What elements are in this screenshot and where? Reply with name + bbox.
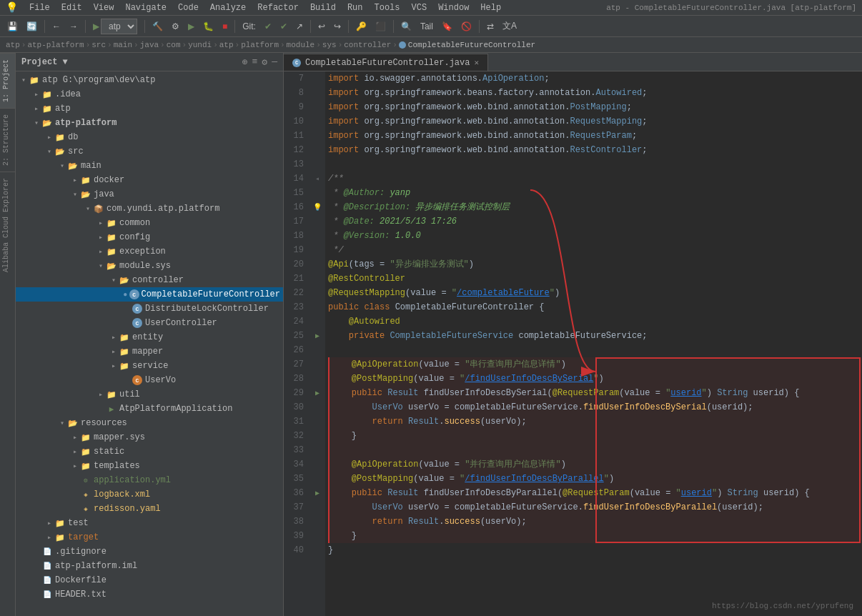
tab-close-btn[interactable]: ✕ — [474, 58, 479, 67]
tree-item-service[interactable]: ▸ 📁 service — [16, 359, 283, 373]
toolbar-hammer[interactable]: ⚙ — [169, 20, 182, 33]
menu-vcs[interactable]: VCS — [412, 3, 427, 13]
run-icon-25[interactable]: ▶ — [315, 332, 319, 340]
tree-item-uservo[interactable]: C UserVo — [16, 373, 283, 387]
menu-view[interactable]: View — [94, 3, 114, 13]
toolbar-undo[interactable]: ↩ — [315, 20, 328, 33]
code-tab-completable[interactable]: C CompletableFutureController.java ✕ — [284, 54, 488, 71]
tree-item-mapper-sys[interactable]: ▸ 📁 mapper.sys — [16, 430, 283, 444]
tree-item-config[interactable]: ▸ 📁 config — [16, 230, 283, 244]
tree-item-gitignore[interactable]: 📄 .gitignore — [16, 545, 283, 559]
run-icon-29[interactable]: ▶ — [315, 389, 319, 397]
breadcrumb-atp[interactable]: atp — [6, 41, 20, 49]
tree-item-exception[interactable]: ▸ 📁 exception — [16, 244, 283, 259]
panel-close-icon[interactable]: — — [272, 56, 277, 68]
toolbar-terminal[interactable]: ⬛ — [372, 20, 389, 33]
breadcrumb-src[interactable]: src — [91, 41, 106, 49]
tree-item-atpapp[interactable]: ▶ AtpPlatformApplication — [16, 402, 283, 416]
sidebar-tab-structure[interactable]: 2: Structure — [0, 108, 15, 172]
menu-file[interactable]: File — [29, 3, 50, 13]
toolbar-stop[interactable]: ■ — [219, 20, 230, 33]
tree-item-common[interactable]: ▸ 📁 common — [16, 216, 283, 230]
menu-edit[interactable]: Edit — [61, 3, 82, 13]
tree-item-java[interactable]: ▾ 📂 java — [16, 187, 283, 202]
tree-item-src[interactable]: ▾ 📂 src — [16, 144, 283, 159]
toolbar-git[interactable]: Git: — [239, 20, 259, 33]
toolbar-forward[interactable]: → — [66, 20, 81, 33]
tree-item-controller[interactable]: ▾ 📂 controller — [16, 273, 283, 287]
tree-item-db[interactable]: ▸ 📁 db — [16, 130, 283, 144]
menu-code[interactable]: Code — [178, 3, 199, 13]
tree-item-util[interactable]: ▸ 📁 util — [16, 387, 283, 402]
run-config-select[interactable]: atp — [101, 19, 137, 34]
breadcrumb-platform[interactable]: platform — [241, 41, 279, 49]
panel-locate-icon[interactable]: ⊕ — [242, 56, 248, 68]
run-icon-36[interactable]: ▶ — [315, 489, 319, 497]
toolbar-git-x[interactable]: ✔ — [277, 20, 290, 33]
menu-refactor[interactable]: Refactor — [257, 3, 299, 13]
tree-item-root[interactable]: ▾ 📁 atp G:\program\dev\atp — [16, 73, 283, 87]
panel-collapse-icon[interactable]: ≡ — [252, 56, 258, 68]
toolbar-debug[interactable]: 🐛 — [200, 20, 217, 33]
breadcrumb-main[interactable]: main — [114, 41, 132, 49]
tree-item-atp[interactable]: ▸ 📁 atp — [16, 101, 283, 116]
tree-item-application-yml[interactable]: ⚙ application.yml — [16, 473, 283, 487]
tree-item-docker[interactable]: ▸ 📁 docker — [16, 173, 283, 187]
tree-item-module-sys[interactable]: ▾ 📂 module.sys — [16, 259, 283, 273]
toolbar-redo[interactable]: ↪ — [331, 20, 344, 33]
toolbar-no[interactable]: 🚫 — [458, 20, 475, 33]
tree-item-templates[interactable]: ▸ 📁 templates — [16, 459, 283, 473]
tree-item-distribute[interactable]: C DistributeLockController — [16, 302, 283, 316]
toolbar-bookmark[interactable]: 🔖 — [439, 20, 455, 33]
tree-item-package[interactable]: ▾ 📦 com.yundi.atp.platform — [16, 202, 283, 216]
tree-item-header[interactable]: 📄 HEADER.txt — [16, 587, 283, 602]
toolbar-translate[interactable]: 文A — [500, 19, 520, 34]
tree-item-resources[interactable]: ▾ 📂 resources — [16, 416, 283, 430]
tree-item-idea[interactable]: ▸ 📁 .idea — [16, 87, 283, 101]
breadcrumb-filename[interactable]: CompletableFutureController — [408, 41, 535, 49]
sidebar-tab-project[interactable]: 1: Project — [0, 53, 15, 108]
code-scroll-wrapper[interactable]: 7 8 9 10 11 12 13 14 15 16 17 18 19 20 2… — [284, 71, 862, 616]
breadcrumb-controller[interactable]: controller — [344, 41, 391, 49]
tree-item-redisson[interactable]: ◈ redisson.yaml — [16, 502, 283, 516]
sidebar-tab-alibaba[interactable]: Alibaba Cloud Explorer — [0, 172, 15, 278]
toolbar-run-config[interactable]: ▶ atp — [90, 17, 140, 36]
tree-item-main[interactable]: ▾ 📂 main — [16, 159, 283, 173]
tree-item-entity[interactable]: ▸ 📁 entity — [16, 330, 283, 344]
tree-item-dockerfile[interactable]: 📄 Dockerfile — [16, 573, 283, 587]
code-area[interactable]: 7 8 9 10 11 12 13 14 15 16 17 18 19 20 2… — [284, 71, 862, 616]
menu-analyze[interactable]: Analyze — [210, 3, 246, 13]
menu-build[interactable]: Build — [310, 3, 336, 13]
panel-gear-icon[interactable]: ⚙ — [262, 56, 267, 68]
toolbar-save[interactable]: 💾 — [4, 20, 21, 33]
breadcrumb-module[interactable]: module — [287, 41, 315, 49]
tree-item-completable[interactable]: ● C CompletableFutureController — [16, 287, 283, 302]
menu-window[interactable]: Window — [438, 3, 469, 13]
tree-item-atp-platform[interactable]: ▾ 📂 atp-platform — [16, 116, 283, 130]
breadcrumb-sys[interactable]: sys — [322, 41, 337, 49]
toolbar-search[interactable]: 🔍 — [398, 20, 415, 33]
tree-item-userctrl[interactable]: C UserController — [16, 316, 283, 330]
breadcrumb-java[interactable]: java — [140, 41, 159, 49]
tree-item-logback[interactable]: ◈ logback.xml — [16, 487, 283, 502]
menu-help[interactable]: Help — [480, 3, 501, 13]
tree-item-static[interactable]: ▸ 📁 static — [16, 444, 283, 459]
toolbar-git-check[interactable]: ✔ — [262, 20, 274, 33]
toolbar-back[interactable]: ← — [49, 20, 64, 33]
toolbar-tail[interactable]: Tail — [417, 20, 436, 33]
toolbar-build[interactable]: 🔨 — [149, 20, 166, 33]
menu-tools[interactable]: Tools — [375, 3, 400, 13]
toolbar-git-push[interactable]: ↗ — [293, 20, 306, 33]
menu-run[interactable]: Run — [347, 3, 363, 13]
toolbar-key[interactable]: 🔑 — [353, 20, 370, 33]
tree-item-target[interactable]: ▸ 📁 target — [16, 530, 283, 545]
tree-item-iml[interactable]: 📄 atp-platform.iml — [16, 559, 283, 573]
toolbar-share[interactable]: ⇄ — [484, 20, 497, 33]
menu-navigate[interactable]: Navigate — [125, 3, 167, 13]
tree-item-mapper[interactable]: ▸ 📁 mapper — [16, 344, 283, 359]
breadcrumb-atp2[interactable]: atp — [219, 41, 234, 49]
toolbar-sync[interactable]: 🔄 — [24, 20, 40, 33]
breadcrumb-atp-platform[interactable]: atp-platform — [27, 41, 84, 49]
breadcrumb-yundi[interactable]: yundi — [188, 41, 212, 49]
tree-item-test[interactable]: ▸ 📁 test — [16, 516, 283, 530]
